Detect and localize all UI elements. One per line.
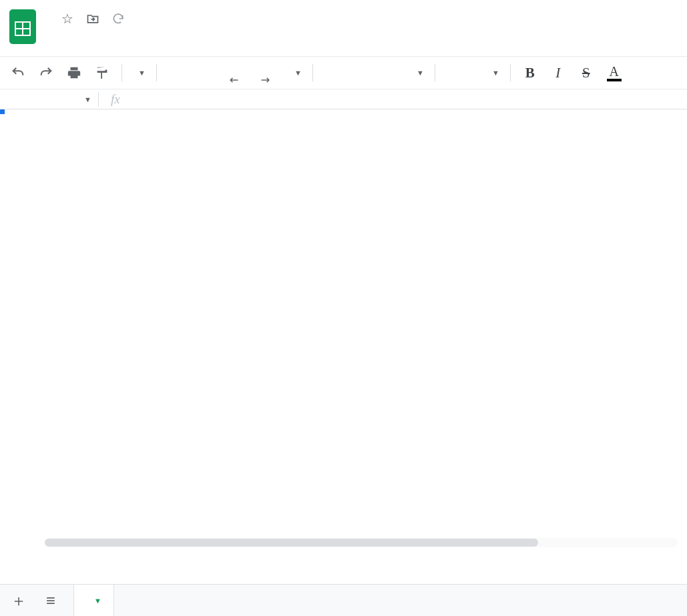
chevron-down-icon: ▼ [94, 597, 101, 605]
separator [312, 64, 313, 81]
save-status [111, 11, 131, 26]
toolbar: ▼ ▼ ▼ ▼ B I S A [0, 57, 687, 89]
number-format-dropdown[interactable]: ▼ [289, 69, 302, 77]
fx-icon: fx [99, 92, 132, 107]
selection-handle[interactable] [0, 109, 5, 114]
chevron-down-icon: ▼ [417, 69, 424, 77]
spreadsheet-grid[interactable] [0, 109, 687, 547]
title-actions: ☆ [60, 11, 131, 26]
title-bar: ☆ [40, 5, 682, 32]
zoom-dropdown[interactable]: ▼ [133, 69, 146, 77]
app-header: ☆ [0, 0, 687, 56]
strikethrough-button[interactable]: S [578, 64, 595, 81]
increase-decimal-button[interactable] [254, 64, 278, 81]
percent-button[interactable] [196, 64, 213, 81]
undo-button[interactable] [9, 64, 27, 81]
sheet-tab-bar: ＋ ≡ ▼ [0, 584, 687, 616]
text-color-button[interactable]: A [606, 64, 623, 81]
decrease-decimal-button[interactable] [224, 64, 244, 81]
italic-button[interactable]: I [549, 64, 567, 81]
star-icon[interactable]: ☆ [60, 11, 75, 26]
name-box[interactable]: ▼ [0, 95, 98, 103]
paint-format-button[interactable] [93, 64, 111, 81]
all-sheets-button[interactable]: ≡ [41, 591, 60, 610]
horizontal-scrollbar[interactable] [45, 538, 678, 547]
title-area: ☆ [40, 5, 682, 56]
formula-bar: ▼ fx [0, 89, 687, 109]
separator [122, 64, 122, 81]
separator [156, 64, 157, 81]
menu-bar [40, 32, 682, 56]
font-family-dropdown[interactable]: ▼ [324, 69, 424, 77]
sheets-icon [9, 9, 36, 44]
doc-title[interactable] [40, 16, 51, 21]
chevron-down-icon: ▼ [84, 95, 91, 103]
sheet-tab[interactable]: ▼ [73, 584, 114, 616]
cloud-sync-icon [111, 11, 126, 26]
font-size-dropdown[interactable]: ▼ [446, 69, 499, 77]
separator [435, 64, 435, 81]
chevron-down-icon: ▼ [492, 69, 499, 77]
redo-button[interactable] [37, 64, 55, 81]
chevron-down-icon: ▼ [138, 69, 146, 77]
app-logo[interactable] [5, 5, 40, 53]
separator [510, 64, 511, 81]
currency-button[interactable] [168, 64, 185, 81]
bold-button[interactable]: B [521, 64, 539, 81]
scrollbar-thumb[interactable] [45, 539, 538, 547]
move-icon[interactable] [85, 11, 100, 26]
chevron-down-icon: ▼ [294, 69, 302, 77]
print-button[interactable] [65, 64, 83, 81]
add-sheet-button[interactable]: ＋ [9, 591, 28, 610]
